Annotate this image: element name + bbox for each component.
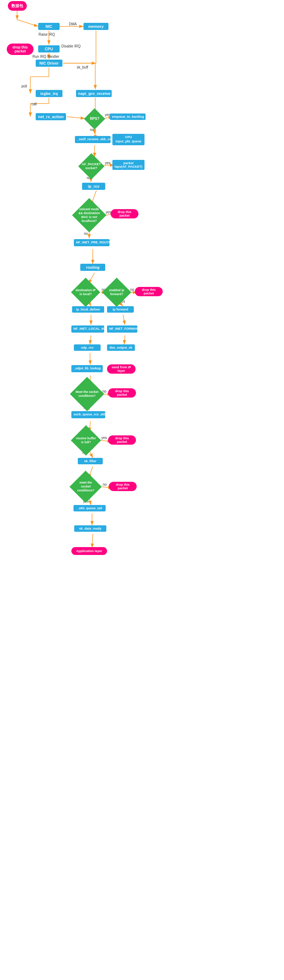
skb-queue-tail-node: _skb_queue_tail (73, 504, 106, 512)
svg-text:sk_buff: sk_buff (77, 65, 88, 69)
dev-output-sk-node: des_output_sk (107, 343, 135, 352)
svg-text:no: no (130, 288, 135, 291)
svg-text:Disable IRQ: Disable IRQ (61, 44, 81, 48)
drop-label-2: drop this packet (111, 209, 138, 218)
promiscuous-node: unicast mode && destination MAC is not l… (73, 203, 105, 228)
cpu-queue-label: CPU input_pkt_queue (113, 134, 144, 145)
drop-node-4: drop this packet (108, 389, 136, 397)
ip-forward-q-label: enabled ip forward? (106, 288, 127, 296)
dev-output-sk-label: des_output_sk (107, 344, 135, 351)
nf-local-in-label: NF_INET_LOCAL_IN (71, 326, 104, 332)
arrows-svg: DMA Raise IRQ Disable IRQ Run IRQ handle… (0, 0, 284, 980)
drop-label-4: drop this packet (108, 388, 136, 398)
sock-queue-node: sock_queue_rcv_skb (71, 409, 105, 420)
memory-node: memory (84, 22, 108, 31)
ip-local-deliver-label: ip_local_deliver (72, 306, 104, 313)
drop-node-6: drop this packet (109, 482, 136, 490)
ixgbe-label: ixgbe_irq (36, 90, 62, 97)
ip-forward-label: ip forward (107, 306, 134, 313)
send-ip-layer-label: send from IP layer (107, 364, 136, 374)
drop-node-5: drop this packet (108, 436, 136, 444)
sk-data-ready-node: sk_data_ready (74, 524, 106, 533)
netif-node: _netif_receive_skb_core (75, 134, 111, 145)
sk-filter-label: sk_filter (78, 458, 103, 464)
svg-text:poll: poll (21, 84, 27, 88)
drop-label-5: drop this packet (108, 435, 136, 445)
napi-node: napi_gro_receive (76, 89, 112, 98)
udp-rcv-node: udp_rcv (74, 343, 101, 352)
svg-line-33 (123, 315, 125, 325)
drop-label-3: drop this packet (135, 287, 163, 296)
send-ip-layer-node: send from IP layer (107, 365, 136, 373)
nic-driver-node: NIC Driver (36, 59, 62, 67)
svg-text:yes: yes (105, 161, 111, 165)
rps-label: RPS? (90, 117, 100, 121)
start-label: 数据包 (8, 1, 27, 11)
ip-forward-node: ip forward (107, 305, 134, 314)
udp4-lib-label: _udp4_lib_lookup_skb (71, 365, 103, 372)
drop-node-3: drop this packet (135, 288, 163, 296)
af-packet-node: AF_PACKET socket? (78, 156, 105, 176)
ixgbe-node: ixgbe_irq (36, 89, 62, 98)
memory-label: memory (84, 23, 108, 30)
sk-filter-node: sk_filter (78, 457, 103, 465)
af-packet-label: AF_PACKET socket? (82, 162, 101, 170)
recv-buffer-label: receive buffer is full? (75, 436, 97, 444)
napi-label: napi_gro_receive (76, 90, 112, 97)
nf-local-in-node: NF_INET_LOCAL_IN (71, 324, 104, 334)
promiscuous-label: unicast mode && destination MAC is not l… (77, 207, 102, 223)
svg-line-47 (92, 534, 93, 548)
nic-label: NIC (38, 23, 60, 30)
netif-label: _netif_receive_skb_core (75, 136, 111, 143)
nic-node: NIC (38, 22, 60, 31)
sk-data-ready-label: sk_data_ready (74, 525, 106, 532)
svg-text:Run IRQ handler: Run IRQ handler (32, 55, 60, 59)
packet-taps-node: packet taps(AF_PACKET) (113, 161, 144, 169)
cpu-label: CPU (38, 45, 60, 52)
ip-local-deliver-node: ip_local_deliver (72, 305, 104, 314)
svg-text:yes: yes (102, 436, 107, 440)
skb-queue-tail-label: _skb_queue_tail (73, 505, 106, 511)
nf-pre-routing-node: NF_INET_PRE_ROUTING (74, 237, 109, 248)
meet-socket-node: Meet the socket conditions? (71, 383, 103, 404)
flowchart: DMA Raise IRQ Disable IRQ Run IRQ handle… (0, 0, 284, 980)
svg-text:no: no (84, 232, 88, 235)
application-layer-node: Application layer (71, 547, 107, 555)
nf-forward-node: NF_INET_FORWARD (107, 324, 137, 334)
ip-forward-q-node: enabled ip forward? (103, 282, 130, 303)
meet-socket2-label: meet the socket conditions? (74, 481, 97, 493)
start-node: 数据包 (6, 2, 28, 10)
nic-driver-label: NIC Driver (36, 60, 62, 67)
drop-node-2: drop this packet (111, 210, 138, 218)
rps-node: RPS? (82, 110, 107, 128)
svg-text:no: no (103, 482, 107, 487)
cpu-queue-node: CPU input_pkt_queue (113, 134, 144, 145)
svg-text:DMA: DMA (69, 22, 77, 26)
nf-forward-label: NF_INET_FORWARD (107, 326, 137, 332)
dest-local-label: destination IP is local? (75, 288, 96, 296)
drop-node-1: drop this packet (7, 45, 33, 54)
routing-label: routing (80, 264, 105, 271)
packet-taps-label: packet taps(AF_PACKET) (113, 160, 144, 170)
cpu-node: CPU (38, 45, 60, 53)
svg-text:call: call (32, 102, 37, 106)
recv-buffer-node: receive buffer is full? (71, 430, 101, 451)
udp4-lib-node: _udp4_lib_lookup_skb (71, 363, 103, 374)
meet-socket2-node: meet the socket conditions? (71, 476, 101, 497)
enqueue-label: enqueue_to_backlog (110, 113, 146, 120)
svg-text:Raise IRQ: Raise IRQ (38, 32, 55, 37)
net-rx-label: net_rx_action (36, 113, 66, 120)
ip-rcv-label: ip_rcv (82, 183, 105, 190)
ip-rcv-node: ip_rcv (82, 182, 105, 191)
enqueue-node: enqueue_to_backlog (110, 112, 146, 121)
svg-line-2 (17, 20, 38, 26)
sock-queue-label: sock_queue_rcv_skb (71, 411, 105, 418)
dest-local-node: destination IP is local? (71, 282, 100, 303)
application-layer-label: Application layer (71, 547, 107, 555)
meet-socket-label: Meet the socket conditions? (75, 390, 99, 398)
net-rx-node: net_rx_action (36, 112, 66, 121)
udp-rcv-label: udp_rcv (74, 344, 101, 351)
drop-label-1: drop this packet (7, 43, 33, 55)
drop-label-6: drop this packet (109, 482, 136, 491)
routing-node: routing (80, 263, 105, 272)
